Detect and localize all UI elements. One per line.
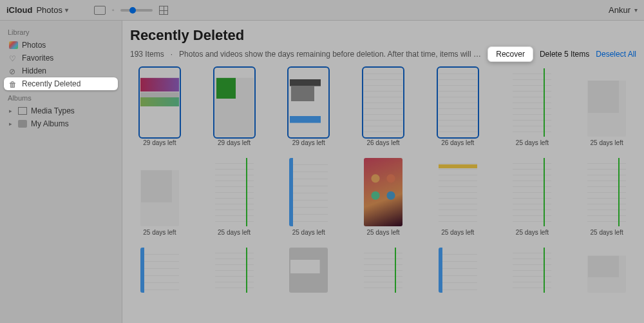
thumbnail-caption: 25 days left xyxy=(366,229,399,236)
thumbnail-image[interactable] xyxy=(587,68,626,137)
thumbnail-cell[interactable]: 25 days left xyxy=(582,68,631,146)
thumbnail-caption: 25 days left xyxy=(516,229,549,236)
recover-button[interactable]: Recover xyxy=(488,46,533,62)
thumbnail-caption: 29 days left xyxy=(218,139,251,146)
thumbnail-image[interactable] xyxy=(289,158,328,226)
sidebar: Library Photos ♡ Favorites ⊘ Hidden 🗑 Re… xyxy=(0,21,122,323)
sidebar-heading-library: Library xyxy=(8,28,114,36)
sidebar-item-hidden[interactable]: ⊘ Hidden xyxy=(4,64,118,77)
thumbnail-image[interactable] xyxy=(364,248,402,293)
view-toolbar: ▫ xyxy=(94,6,169,15)
user-name: Ankur xyxy=(609,5,630,15)
thumbnail-grid: 29 days left29 days left29 days left26 d… xyxy=(130,68,636,295)
sidebar-item-recently-deleted[interactable]: 🗑 Recently Deleted xyxy=(4,77,118,90)
account-menu[interactable]: Ankur ▾ xyxy=(609,5,638,15)
sidebar-heading-albums: Albums xyxy=(8,94,114,102)
thumbnail-caption: 25 days left xyxy=(591,139,623,146)
disclosure-triangle-icon[interactable]: ▸ xyxy=(9,121,14,127)
sidebar-item-label: Hidden xyxy=(22,66,46,75)
chevron-down-icon: ▾ xyxy=(634,6,638,14)
thumbnail-caption: 29 days left xyxy=(143,139,176,146)
app-name: iCloud xyxy=(6,5,32,15)
thumbnail-cell[interactable]: 25 days left xyxy=(508,158,557,236)
sidebar-item-favorites[interactable]: ♡ Favorites xyxy=(4,52,118,64)
sidebar-item-label: Favorites xyxy=(22,54,53,63)
hidden-icon: ⊘ xyxy=(9,67,18,75)
disclosure-triangle-icon[interactable]: ▸ xyxy=(9,108,14,114)
thumbnail-cell[interactable]: 25 days left xyxy=(210,158,259,236)
thumbnail-image[interactable] xyxy=(513,158,551,226)
sidebar-item-label: Media Types xyxy=(31,106,75,115)
thumbnail-cell[interactable]: 29 days left xyxy=(210,68,259,146)
sidebar-item-photos[interactable]: Photos xyxy=(4,39,118,52)
sidebar-item-my-albums[interactable]: ▸ My Albums xyxy=(4,117,118,130)
thumbnail-caption: 25 days left xyxy=(143,229,176,236)
thumbnail-cell[interactable]: 26 days left xyxy=(359,68,408,146)
thumbnail-image[interactable] xyxy=(215,68,254,137)
thumbnail-cell[interactable]: 25 days left xyxy=(359,158,408,236)
thumbnail-image[interactable] xyxy=(215,248,254,293)
thumbnail-image[interactable] xyxy=(289,248,328,293)
thumbnail-image[interactable] xyxy=(140,248,179,293)
thumbnail-image[interactable] xyxy=(439,248,477,293)
thumbnail-cell[interactable]: 29 days left xyxy=(284,68,333,146)
trash-icon: 🗑 xyxy=(9,80,18,88)
page-title: Recently Deleted xyxy=(130,27,636,44)
thumbnail-image[interactable] xyxy=(364,68,402,137)
thumbnail-cell[interactable]: 25 days left xyxy=(284,158,333,236)
thumbnail-image[interactable] xyxy=(439,68,477,137)
media-types-icon xyxy=(18,107,27,115)
thumbnail-cell[interactable] xyxy=(433,248,482,295)
thumbnail-cell[interactable] xyxy=(284,248,333,295)
deselect-all-link[interactable]: Deselect All xyxy=(596,50,636,59)
thumbnail-cell[interactable] xyxy=(359,248,408,295)
thumbnail-image[interactable] xyxy=(364,158,402,226)
thumbnail-caption: 25 days left xyxy=(516,139,549,146)
thumbnail-image[interactable] xyxy=(215,158,254,226)
thumbnail-image[interactable] xyxy=(587,248,626,293)
chevron-down-icon: ▾ xyxy=(65,6,68,14)
zoom-min-icon: ▫ xyxy=(112,6,115,14)
thumbnail-caption: 26 days left xyxy=(441,139,474,146)
thumbnail-image[interactable] xyxy=(140,68,179,137)
info-action-row: 193 Items · Photos and videos show the d… xyxy=(130,46,636,62)
description-text: Photos and videos show the days remainin… xyxy=(179,50,481,59)
grid-view-icon[interactable] xyxy=(159,6,168,15)
thumbnail-caption: 25 days left xyxy=(292,229,325,236)
folder-icon xyxy=(18,120,27,128)
thumbnail-size-slider[interactable] xyxy=(120,9,153,12)
thumbnail-caption: 25 days left xyxy=(441,229,474,236)
thumbnail-cell[interactable]: 26 days left xyxy=(433,68,482,146)
thumbnail-image[interactable] xyxy=(587,158,626,226)
sidebar-item-label: Recently Deleted xyxy=(22,79,80,88)
content-area: Recently Deleted 193 Items · Photos and … xyxy=(122,21,644,323)
app-section: Photos xyxy=(36,5,62,15)
thumbnail-caption: 25 days left xyxy=(591,229,623,236)
thumbnail-cell[interactable] xyxy=(508,248,557,295)
thumbnail-caption: 29 days left xyxy=(292,139,325,146)
thumbnail-cell[interactable]: 25 days left xyxy=(508,68,557,146)
sidebar-item-label: My Albums xyxy=(31,119,69,128)
thumbnail-image[interactable] xyxy=(140,158,179,226)
top-bar: iCloud Photos ▾ ▫ Ankur ▾ xyxy=(0,0,644,21)
thumbnail-cell[interactable] xyxy=(210,248,259,295)
photos-icon xyxy=(9,41,18,49)
delete-items-button[interactable]: Delete 5 Items xyxy=(540,50,589,59)
thumbnail-image[interactable] xyxy=(439,158,477,226)
thumbnail-cell[interactable]: 29 days left xyxy=(135,68,184,146)
sidebar-item-media-types[interactable]: ▸ Media Types xyxy=(4,104,118,117)
thumbnail-image[interactable] xyxy=(513,248,551,293)
item-count: 193 Items xyxy=(130,50,164,59)
thumbnail-image[interactable] xyxy=(513,68,551,137)
thumbnail-cell[interactable] xyxy=(582,248,631,295)
thumbnail-cell[interactable]: 25 days left xyxy=(135,158,184,236)
thumbnail-cell[interactable]: 25 days left xyxy=(433,158,482,236)
heart-icon: ♡ xyxy=(9,54,18,62)
sidebar-item-label: Photos xyxy=(22,41,46,50)
thumbnail-caption: 26 days left xyxy=(366,139,399,146)
thumbnail-cell[interactable]: 25 days left xyxy=(582,158,631,236)
thumbnail-image[interactable] xyxy=(289,68,328,137)
thumbnail-cell[interactable] xyxy=(135,248,184,295)
sidebar-toggle-icon[interactable] xyxy=(94,6,106,15)
app-title[interactable]: iCloud Photos ▾ xyxy=(6,5,68,15)
